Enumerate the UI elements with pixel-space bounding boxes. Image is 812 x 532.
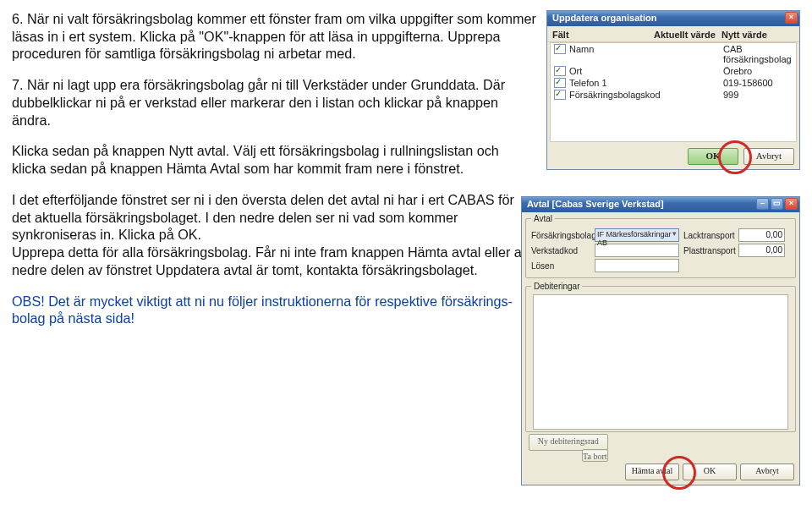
cell-field: Telefon 1: [569, 78, 657, 88]
new-debit-row-button[interactable]: Ny debiteringsrad: [529, 434, 608, 451]
dialog-agreement: Avtal [Cabas Sverige Verkstad] – ▭ × Avt…: [521, 196, 800, 485]
instruction-step-7: 7. När ni lagt upp era försäkringsbolag …: [12, 76, 536, 129]
cell-current: [657, 44, 723, 64]
cell-new: 019-158600: [723, 78, 793, 88]
cancel-button[interactable]: Avbryt: [740, 463, 794, 480]
instruction-efterfoljande: I det efterföljande fönstret ser ni i de…: [12, 191, 536, 244]
maximize-icon[interactable]: ▭: [771, 198, 783, 210]
header-current: Aktuellt värde: [654, 30, 721, 40]
cell-current: [657, 90, 723, 100]
label-plasttransport: Plasttransport: [683, 246, 734, 255]
column-headers: Fält Aktuellt värde Nytt värde: [547, 26, 799, 42]
cell-field: Försäkringsbolagskod: [569, 90, 657, 100]
dialog-titlebar[interactable]: Avtal [Cabas Sverige Verkstad] – ▭ ×: [522, 197, 799, 212]
header-new: Nytt värde: [721, 30, 794, 40]
cell-current: [657, 66, 723, 76]
insurance-company-select[interactable]: IF Märkesförsäkringar AB: [595, 228, 679, 242]
checkbox-icon[interactable]: [554, 90, 566, 100]
table-row[interactable]: Ort Örebro: [551, 65, 796, 77]
label-workshop-code: Verkstadkod: [531, 246, 590, 255]
label-password: Lösen: [531, 261, 590, 271]
checkbox-icon[interactable]: [554, 78, 566, 88]
dialog-title-text: Avtal [Cabas Sverige Verkstad]: [527, 199, 664, 209]
group-agreement-legend: Avtal: [531, 214, 555, 223]
instruction-nyttavtal: Klicka sedan på knappen Nytt avtal. Välj…: [12, 142, 536, 177]
plasttransport-field[interactable]: 0,00: [738, 244, 785, 257]
dialog-titlebar[interactable]: Uppdatera organisation ×: [547, 11, 799, 26]
cell-new: CAB försäkringsbolag: [723, 44, 793, 64]
obs-notice: OBS! Det är mycket viktigt att ni nu föl…: [12, 293, 536, 327]
lacktransport-field[interactable]: 0,00: [738, 228, 785, 242]
group-debits-legend: Debiteringar: [531, 282, 582, 291]
checkbox-icon[interactable]: [554, 44, 566, 54]
dialog-title-text: Uppdatera organisation: [552, 13, 656, 23]
fetch-agreement-button[interactable]: Hämta avtal: [625, 463, 679, 480]
group-agreement: Avtal Försäkringsbolag IF Märkesförsäkri…: [525, 214, 796, 278]
delete-button[interactable]: Ta bort: [582, 449, 607, 462]
dialog-update-organisation: Uppdatera organisation × Fält Aktuellt v…: [546, 10, 800, 170]
instruction-upprepa: Upprepa detta för alla försäkringsbolag.…: [12, 244, 536, 278]
password-field[interactable]: [595, 259, 679, 272]
table-row[interactable]: Telefon 1 019-158600: [551, 77, 796, 89]
debit-list[interactable]: [533, 294, 788, 430]
cell-new: 999: [723, 90, 793, 100]
header-field: Fält: [552, 30, 654, 40]
cancel-button[interactable]: Avbryt: [743, 148, 794, 165]
label-insurance-company: Försäkringsbolag: [531, 231, 590, 240]
ok-button[interactable]: OK: [688, 148, 738, 165]
cell-current: [657, 78, 723, 88]
cell-field: Ort: [569, 66, 657, 76]
group-debits: Debiteringar: [525, 282, 796, 432]
new-debit-row-area: Ny debiteringsrad Ta bort: [529, 434, 608, 461]
cell-field: Namn: [569, 44, 657, 64]
update-field-list: Namn CAB försäkringsbolag Ort Örebro Tel…: [550, 42, 797, 142]
cell-new: Örebro: [723, 66, 793, 76]
table-row[interactable]: Namn CAB försäkringsbolag: [551, 43, 796, 65]
close-icon[interactable]: ×: [785, 12, 798, 24]
minimize-icon[interactable]: –: [756, 198, 769, 210]
close-icon[interactable]: ×: [785, 198, 798, 210]
checkbox-icon[interactable]: [554, 66, 566, 76]
ok-button[interactable]: OK: [683, 463, 737, 480]
table-row[interactable]: Försäkringsbolagskod 999: [551, 89, 796, 101]
label-lacktransport: Lacktransport: [683, 231, 734, 240]
instruction-step-6: 6. När ni valt försäkringsbolag kommer e…: [12, 10, 536, 63]
